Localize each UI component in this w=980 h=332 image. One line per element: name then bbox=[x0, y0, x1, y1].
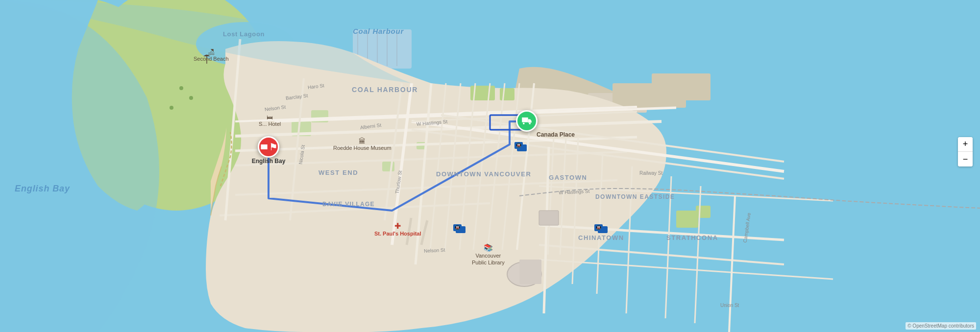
svg-rect-58 bbox=[539, 211, 559, 225]
map-svg bbox=[0, 0, 980, 332]
svg-rect-59 bbox=[519, 260, 541, 284]
english-bay-marker[interactable] bbox=[258, 136, 279, 158]
svg-rect-11 bbox=[652, 73, 710, 100]
svg-point-68 bbox=[529, 123, 531, 125]
svg-point-67 bbox=[523, 123, 525, 125]
map-container[interactable]: COAL HARBOUR WEST END DAVIE VILLAGE DOWN… bbox=[0, 0, 980, 332]
zoom-out-button[interactable]: − bbox=[958, 152, 973, 166]
svg-rect-19 bbox=[696, 206, 710, 218]
zoom-controls: + − bbox=[958, 137, 973, 166]
skytrain-station-3: 🚇 bbox=[594, 224, 603, 231]
skytrain-station-1: 🚇 bbox=[514, 142, 523, 149]
svg-point-65 bbox=[170, 106, 173, 110]
destination-marker[interactable] bbox=[516, 110, 538, 132]
svg-rect-18 bbox=[676, 211, 698, 228]
map-attribution: © OpenStreetMap contributors bbox=[906, 322, 976, 330]
svg-point-63 bbox=[179, 86, 183, 90]
svg-point-64 bbox=[189, 96, 193, 100]
zoom-in-button[interactable]: + bbox=[958, 137, 973, 152]
skytrain-station-2: 🚇 bbox=[453, 224, 462, 231]
svg-rect-17 bbox=[500, 88, 514, 100]
